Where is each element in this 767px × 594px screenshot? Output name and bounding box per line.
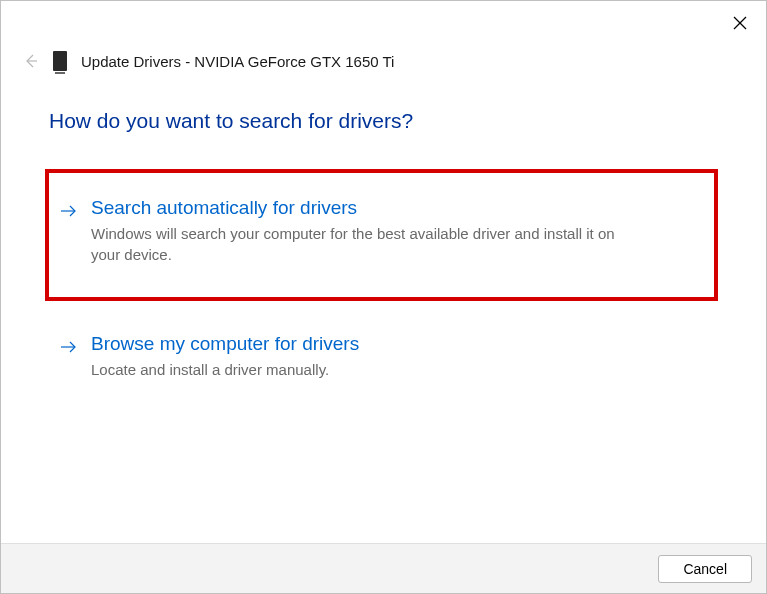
window-title: Update Drivers - NVIDIA GeForce GTX 1650… [81, 53, 394, 70]
option-text: Search automatically for drivers Windows… [91, 197, 702, 265]
header: Update Drivers - NVIDIA GeForce GTX 1650… [1, 1, 766, 71]
close-icon [733, 16, 747, 30]
arrow-right-icon [61, 339, 79, 357]
close-button[interactable] [728, 11, 752, 35]
question-heading: How do you want to search for drivers? [49, 109, 718, 133]
back-arrow-icon [22, 53, 38, 69]
footer: Cancel [1, 543, 766, 593]
back-button[interactable] [21, 52, 39, 70]
cancel-button[interactable]: Cancel [658, 555, 752, 583]
option-title: Search automatically for drivers [91, 197, 702, 219]
option-description: Locate and install a driver manually. [91, 359, 631, 380]
option-browse-computer[interactable]: Browse my computer for drivers Locate an… [49, 323, 718, 390]
content-area: How do you want to search for drivers? S… [1, 71, 766, 390]
option-search-automatically[interactable]: Search automatically for drivers Windows… [45, 169, 718, 301]
option-description: Windows will search your computer for th… [91, 223, 631, 265]
option-text: Browse my computer for drivers Locate an… [91, 333, 706, 380]
option-title: Browse my computer for drivers [91, 333, 706, 355]
device-icon [53, 51, 67, 71]
arrow-right-icon [61, 203, 79, 221]
